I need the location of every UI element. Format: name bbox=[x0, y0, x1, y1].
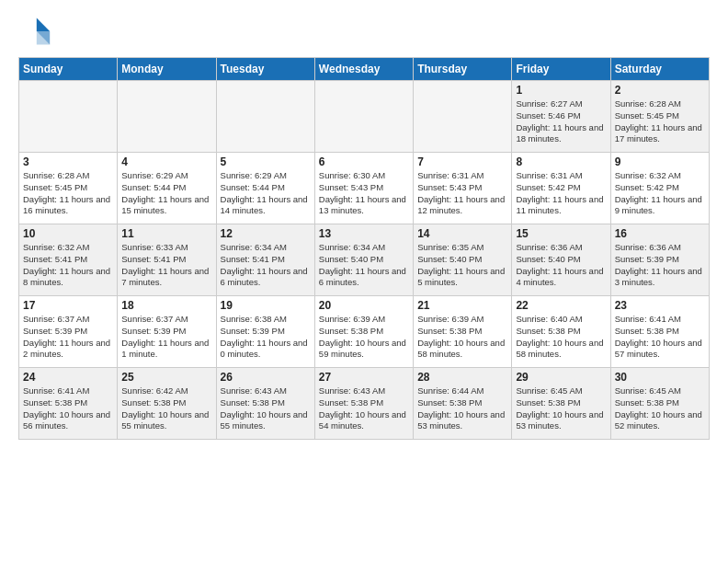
calendar-cell bbox=[314, 81, 413, 153]
calendar-cell bbox=[118, 81, 216, 153]
day-number: 22 bbox=[516, 299, 606, 312]
day-number: 9 bbox=[615, 155, 705, 168]
calendar-cell: 21Sunrise: 6:39 AMSunset: 5:38 PMDayligh… bbox=[414, 296, 512, 368]
day-number: 24 bbox=[23, 371, 113, 384]
day-info: Sunrise: 6:31 AMSunset: 5:43 PMDaylight:… bbox=[417, 170, 507, 217]
calendar-cell: 12Sunrise: 6:34 AMSunset: 5:41 PMDayligh… bbox=[216, 224, 314, 296]
calendar-cell: 13Sunrise: 6:34 AMSunset: 5:40 PMDayligh… bbox=[314, 224, 413, 296]
day-number: 5 bbox=[221, 155, 311, 168]
day-info: Sunrise: 6:34 AMSunset: 5:40 PMDaylight:… bbox=[319, 242, 409, 289]
day-number: 12 bbox=[221, 227, 311, 240]
calendar-cell: 26Sunrise: 6:43 AMSunset: 5:38 PMDayligh… bbox=[216, 368, 314, 440]
calendar-cell: 22Sunrise: 6:40 AMSunset: 5:38 PMDayligh… bbox=[512, 296, 610, 368]
day-number: 27 bbox=[319, 371, 409, 384]
calendar-cell: 30Sunrise: 6:45 AMSunset: 5:38 PMDayligh… bbox=[610, 368, 709, 440]
day-number: 1 bbox=[516, 84, 606, 97]
calendar-cell: 6Sunrise: 6:30 AMSunset: 5:43 PMDaylight… bbox=[314, 153, 413, 224]
calendar-cell: 18Sunrise: 6:37 AMSunset: 5:39 PMDayligh… bbox=[118, 296, 216, 368]
calendar-cell bbox=[414, 81, 512, 153]
calendar-cell: 23Sunrise: 6:41 AMSunset: 5:38 PMDayligh… bbox=[610, 296, 709, 368]
day-number: 18 bbox=[121, 299, 211, 312]
day-info: Sunrise: 6:29 AMSunset: 5:44 PMDaylight:… bbox=[121, 170, 211, 217]
logo-icon bbox=[18, 15, 51, 48]
calendar-cell: 8Sunrise: 6:31 AMSunset: 5:42 PMDaylight… bbox=[512, 153, 610, 224]
calendar-week-row: 1Sunrise: 6:27 AMSunset: 5:46 PMDaylight… bbox=[19, 81, 710, 153]
day-number: 8 bbox=[516, 155, 606, 168]
day-number: 19 bbox=[221, 299, 311, 312]
calendar-week-row: 17Sunrise: 6:37 AMSunset: 5:39 PMDayligh… bbox=[19, 296, 710, 368]
calendar-cell: 25Sunrise: 6:42 AMSunset: 5:38 PMDayligh… bbox=[118, 368, 216, 440]
calendar-cell: 17Sunrise: 6:37 AMSunset: 5:39 PMDayligh… bbox=[19, 296, 118, 368]
calendar-cell: 1Sunrise: 6:27 AMSunset: 5:46 PMDaylight… bbox=[512, 81, 610, 153]
day-info: Sunrise: 6:38 AMSunset: 5:39 PMDaylight:… bbox=[221, 314, 311, 361]
day-info: Sunrise: 6:43 AMSunset: 5:38 PMDaylight:… bbox=[221, 385, 311, 432]
day-number: 4 bbox=[121, 155, 211, 168]
calendar-day-header: Sunday bbox=[19, 58, 118, 81]
calendar-day-header: Friday bbox=[512, 58, 610, 81]
day-number: 20 bbox=[319, 299, 409, 312]
calendar-cell: 3Sunrise: 6:28 AMSunset: 5:45 PMDaylight… bbox=[19, 153, 118, 224]
day-info: Sunrise: 6:34 AMSunset: 5:41 PMDaylight:… bbox=[221, 242, 311, 289]
calendar-cell: 28Sunrise: 6:44 AMSunset: 5:38 PMDayligh… bbox=[414, 368, 512, 440]
day-number: 7 bbox=[417, 155, 507, 168]
day-info: Sunrise: 6:28 AMSunset: 5:45 PMDaylight:… bbox=[615, 98, 705, 145]
day-info: Sunrise: 6:44 AMSunset: 5:38 PMDaylight:… bbox=[417, 385, 507, 432]
day-info: Sunrise: 6:43 AMSunset: 5:38 PMDaylight:… bbox=[319, 385, 409, 432]
calendar-cell: 5Sunrise: 6:29 AMSunset: 5:44 PMDaylight… bbox=[216, 153, 314, 224]
calendar-cell: 24Sunrise: 6:41 AMSunset: 5:38 PMDayligh… bbox=[19, 368, 118, 440]
calendar-day-header: Saturday bbox=[610, 58, 709, 81]
day-number: 14 bbox=[417, 227, 507, 240]
day-info: Sunrise: 6:27 AMSunset: 5:46 PMDaylight:… bbox=[516, 98, 606, 145]
calendar-day-header: Thursday bbox=[414, 58, 512, 81]
day-number: 21 bbox=[417, 299, 507, 312]
calendar-day-header: Wednesday bbox=[314, 58, 413, 81]
calendar: SundayMondayTuesdayWednesdayThursdayFrid… bbox=[18, 57, 710, 440]
day-info: Sunrise: 6:41 AMSunset: 5:38 PMDaylight:… bbox=[615, 314, 705, 361]
calendar-cell: 7Sunrise: 6:31 AMSunset: 5:43 PMDaylight… bbox=[414, 153, 512, 224]
day-info: Sunrise: 6:30 AMSunset: 5:43 PMDaylight:… bbox=[319, 170, 409, 217]
day-number: 2 bbox=[615, 84, 705, 97]
day-number: 28 bbox=[417, 371, 507, 384]
calendar-cell: 2Sunrise: 6:28 AMSunset: 5:45 PMDaylight… bbox=[610, 81, 709, 153]
day-info: Sunrise: 6:40 AMSunset: 5:38 PMDaylight:… bbox=[516, 314, 606, 361]
day-number: 29 bbox=[516, 371, 606, 384]
day-number: 11 bbox=[121, 227, 211, 240]
day-info: Sunrise: 6:41 AMSunset: 5:38 PMDaylight:… bbox=[23, 385, 113, 432]
day-info: Sunrise: 6:36 AMSunset: 5:40 PMDaylight:… bbox=[516, 242, 606, 289]
svg-marker-0 bbox=[37, 18, 50, 31]
calendar-week-row: 24Sunrise: 6:41 AMSunset: 5:38 PMDayligh… bbox=[19, 368, 710, 440]
calendar-cell: 9Sunrise: 6:32 AMSunset: 5:42 PMDaylight… bbox=[610, 153, 709, 224]
calendar-cell bbox=[19, 81, 118, 153]
logo bbox=[18, 15, 57, 48]
calendar-cell bbox=[216, 81, 314, 153]
calendar-cell: 11Sunrise: 6:33 AMSunset: 5:41 PMDayligh… bbox=[118, 224, 216, 296]
calendar-week-row: 3Sunrise: 6:28 AMSunset: 5:45 PMDaylight… bbox=[19, 153, 710, 224]
day-info: Sunrise: 6:33 AMSunset: 5:41 PMDaylight:… bbox=[121, 242, 211, 289]
day-info: Sunrise: 6:35 AMSunset: 5:40 PMDaylight:… bbox=[417, 242, 507, 289]
day-info: Sunrise: 6:45 AMSunset: 5:38 PMDaylight:… bbox=[516, 385, 606, 432]
calendar-cell: 19Sunrise: 6:38 AMSunset: 5:39 PMDayligh… bbox=[216, 296, 314, 368]
day-number: 6 bbox=[319, 155, 409, 168]
day-info: Sunrise: 6:32 AMSunset: 5:42 PMDaylight:… bbox=[615, 170, 705, 217]
day-number: 15 bbox=[516, 227, 606, 240]
calendar-header-row: SundayMondayTuesdayWednesdayThursdayFrid… bbox=[19, 58, 710, 81]
header bbox=[18, 15, 710, 48]
calendar-day-header: Tuesday bbox=[216, 58, 314, 81]
day-number: 17 bbox=[23, 299, 113, 312]
day-info: Sunrise: 6:42 AMSunset: 5:38 PMDaylight:… bbox=[121, 385, 211, 432]
day-info: Sunrise: 6:32 AMSunset: 5:41 PMDaylight:… bbox=[23, 242, 113, 289]
day-info: Sunrise: 6:37 AMSunset: 5:39 PMDaylight:… bbox=[23, 314, 113, 361]
calendar-cell: 14Sunrise: 6:35 AMSunset: 5:40 PMDayligh… bbox=[414, 224, 512, 296]
day-number: 25 bbox=[121, 371, 211, 384]
day-info: Sunrise: 6:31 AMSunset: 5:42 PMDaylight:… bbox=[516, 170, 606, 217]
calendar-week-row: 10Sunrise: 6:32 AMSunset: 5:41 PMDayligh… bbox=[19, 224, 710, 296]
day-info: Sunrise: 6:28 AMSunset: 5:45 PMDaylight:… bbox=[23, 170, 113, 217]
day-number: 23 bbox=[615, 299, 705, 312]
day-info: Sunrise: 6:45 AMSunset: 5:38 PMDaylight:… bbox=[615, 385, 705, 432]
day-info: Sunrise: 6:39 AMSunset: 5:38 PMDaylight:… bbox=[319, 314, 409, 361]
day-number: 30 bbox=[615, 371, 705, 384]
calendar-day-header: Monday bbox=[118, 58, 216, 81]
calendar-cell: 15Sunrise: 6:36 AMSunset: 5:40 PMDayligh… bbox=[512, 224, 610, 296]
calendar-cell: 16Sunrise: 6:36 AMSunset: 5:39 PMDayligh… bbox=[610, 224, 709, 296]
day-number: 10 bbox=[23, 227, 113, 240]
